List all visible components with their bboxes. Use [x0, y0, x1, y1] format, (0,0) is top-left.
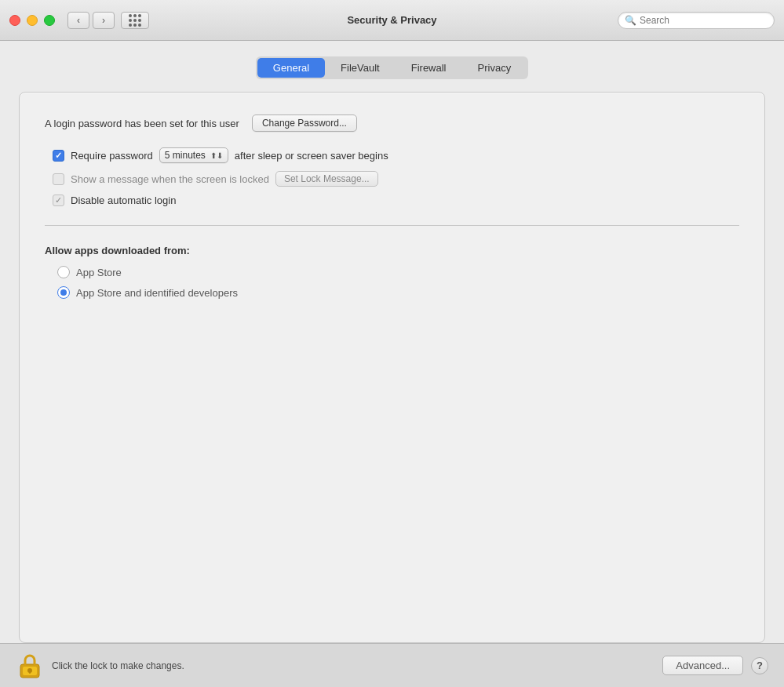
after-sleep-label: after sleep or screen saver begins — [235, 150, 388, 162]
tab-filevault[interactable]: FileVault — [325, 58, 396, 78]
require-password-row: Require password 5 minutes ⬆⬇ after slee… — [53, 147, 739, 163]
bottom-bar: Click the lock to make changes. Advanced… — [0, 643, 784, 687]
window-title: Security & Privacy — [347, 14, 436, 26]
traffic-lights — [9, 15, 55, 26]
disable-login-label: Disable automatic login — [71, 194, 176, 206]
allow-apps-title: Allow apps downloaded from: — [45, 245, 739, 256]
tabs-bar: General FileVault Firewall Privacy — [19, 56, 765, 79]
radio-app-store[interactable] — [57, 266, 70, 278]
show-message-checkbox[interactable] — [53, 173, 64, 185]
radio-app-store-row: App Store — [57, 266, 739, 278]
titlebar: ‹ › Security & Privacy 🔍 — [0, 0, 784, 41]
grid-button[interactable] — [121, 12, 149, 29]
show-message-label: Show a message when the screen is locked — [71, 173, 269, 185]
svg-rect-3 — [29, 671, 31, 674]
radio-app-store-devs[interactable] — [57, 286, 70, 299]
tab-privacy[interactable]: Privacy — [462, 58, 527, 78]
download-source-radio-group: App Store App Store and identified devel… — [57, 266, 739, 299]
section-divider — [45, 225, 739, 226]
tab-firewall[interactable]: Firewall — [396, 58, 462, 78]
close-button[interactable] — [9, 15, 20, 26]
lock-message-text: Click the lock to make changes. — [52, 660, 662, 671]
grid-icon — [129, 14, 141, 27]
disable-login-row: Disable automatic login — [53, 194, 739, 206]
radio-app-store-label: App Store — [76, 267, 122, 278]
maximize-button[interactable] — [44, 15, 55, 26]
dropdown-arrow-icon: ⬆⬇ — [210, 151, 223, 160]
login-password-label: A login password has been set for this u… — [45, 118, 239, 129]
tabs-container: General FileVault Firewall Privacy — [256, 56, 528, 79]
require-password-label: Require password — [71, 150, 153, 162]
back-button[interactable]: ‹ — [67, 12, 89, 29]
disable-login-checkbox[interactable] — [53, 194, 64, 206]
advanced-button[interactable]: Advanced... — [662, 656, 743, 675]
set-lock-message-button[interactable]: Set Lock Message... — [275, 171, 378, 187]
radio-app-store-devs-label: App Store and identified developers — [76, 287, 238, 299]
help-button[interactable]: ? — [751, 657, 768, 674]
nav-buttons: ‹ › — [67, 12, 115, 29]
forward-button[interactable]: › — [93, 12, 115, 29]
search-box[interactable]: 🔍 — [618, 12, 775, 29]
lock-icon[interactable] — [16, 652, 44, 680]
require-password-checkbox[interactable] — [53, 150, 64, 162]
radio-app-store-devs-row: App Store and identified developers — [57, 286, 739, 299]
show-message-row: Show a message when the screen is locked… — [53, 171, 739, 187]
content-panel: A login password has been set for this u… — [19, 92, 765, 643]
allow-apps-section: Allow apps downloaded from: App Store Ap… — [45, 245, 739, 299]
login-section: A login password has been set for this u… — [45, 114, 739, 132]
minimize-button[interactable] — [27, 15, 38, 26]
change-password-button[interactable]: Change Password... — [252, 114, 357, 132]
options-section: Require password 5 minutes ⬆⬇ after slee… — [53, 147, 739, 206]
require-password-value: 5 minutes — [165, 150, 206, 161]
main-content: General FileVault Firewall Privacy A log… — [0, 41, 784, 643]
search-icon: 🔍 — [625, 15, 636, 26]
require-password-dropdown[interactable]: 5 minutes ⬆⬇ — [159, 147, 228, 163]
tab-general[interactable]: General — [257, 58, 325, 78]
search-input[interactable] — [640, 15, 768, 26]
